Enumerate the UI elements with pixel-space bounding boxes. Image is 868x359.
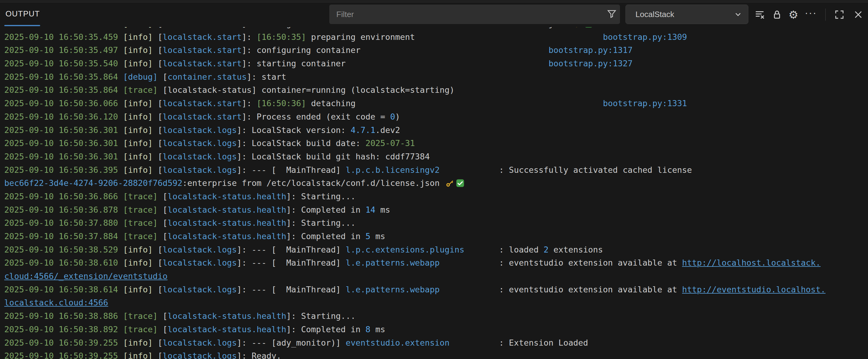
timestamp: 2025-09-10 16:50:35.427 [4, 27, 118, 28]
log-text [118, 59, 123, 68]
timestamp: 2025-09-10 16:50:38.610 [4, 258, 118, 267]
log-text: [ [158, 325, 168, 334]
settings-button[interactable]: ⚙ [787, 8, 800, 21]
log-level-tag: [trace] [123, 205, 158, 215]
log-text: [ [158, 72, 168, 81]
logger-name: localstack.logs [162, 138, 237, 148]
timestamp: 2025-09-10 16:50:36.866 [4, 192, 118, 201]
url-link[interactable]: http://localhost.localstack. [682, 258, 820, 267]
more-actions-button[interactable]: ··· [804, 8, 817, 21]
log-text: ]: [242, 99, 256, 108]
log-value: 2025-07-31 [366, 138, 415, 148]
file-reference[interactable]: bootstrap.py:1331 [603, 99, 687, 108]
log-line: 2025-09-10 16:50:35.459 [info] [localsta… [0, 30, 868, 44]
log-line: 2025-09-10 16:50:36.866 [trace] [localst… [0, 190, 868, 203]
log-text: ]: --- [ MainThread] [237, 165, 346, 175]
timestamp: 2025-09-10 16:50:38.886 [4, 311, 118, 321]
logger-name: l.e.patterns.webapp [346, 258, 440, 267]
log-number: 8 [366, 325, 370, 334]
log-text: :enterprise from /etc/localstack/conf.d/… [182, 178, 445, 188]
file-reference[interactable]: bootstrap.py:1317 [549, 45, 632, 55]
log-value: [16:50:35] [256, 32, 306, 42]
log-line: 2025-09-10 16:50:38.892 [trace] [localst… [0, 323, 868, 336]
lock-icon [772, 9, 782, 20]
filter-input[interactable] [330, 10, 604, 19]
log-text [118, 351, 123, 359]
timestamp: 2025-09-10 16:50:36.120 [4, 112, 118, 121]
log-text [118, 245, 123, 254]
clear-output-icon [754, 9, 765, 20]
timestamp: 2025-09-10 16:50:38.529 [4, 245, 118, 254]
logger-name: localstack.start [162, 32, 242, 42]
file-reference[interactable]: bootstrap.py:1309 [603, 32, 687, 42]
logger-name: localstack-status.health [167, 218, 286, 228]
log-line: 2025-09-10 16:50:38.614 [info] [localsta… [0, 283, 868, 296]
spacer [440, 165, 499, 175]
log-line: 2025-09-10 16:50:39.255 [info] [localsta… [0, 336, 868, 350]
logger-name: localstack.start [162, 45, 242, 55]
log-text: ]: --- [ MainThread] [237, 258, 346, 267]
log-number: 5 [366, 231, 370, 241]
url-link[interactable]: localstack.cloud:4566 [4, 298, 108, 307]
tab-output[interactable]: OUTPUT [5, 9, 40, 19]
logger-name: localstack.start [162, 112, 242, 121]
logger-name: l.e.patterns.webapp [346, 285, 440, 294]
filter-options-button[interactable] [604, 6, 620, 22]
log-text [118, 125, 123, 135]
timestamp: 2025-09-10 16:50:36.301 [4, 125, 118, 135]
timestamp: 2025-09-10 16:50:36.395 [4, 165, 118, 175]
logger-name: localstack.logs [162, 152, 237, 161]
maximize-panel-button[interactable] [833, 8, 846, 21]
log-text: [ [158, 311, 168, 321]
file-reference[interactable]: bootstrap.py:1327 [549, 59, 632, 68]
log-text [118, 99, 123, 108]
log-text: ]: Starting... [286, 311, 356, 321]
log-line: 2025-09-10 16:50:35.864 [trace] [localst… [0, 84, 868, 97]
timestamp: 2025-09-10 16:50:38.614 [4, 285, 118, 294]
log-text: ]: [242, 32, 256, 42]
log-text: [ [153, 112, 163, 121]
log-text: ]: starting container [242, 59, 345, 68]
log-text: [ [153, 27, 163, 28]
log-text: [ [158, 231, 168, 241]
panel-top-border [0, 0, 868, 2]
chevron-down-icon [734, 10, 748, 18]
output-channel-select[interactable]: LocalStack [625, 5, 748, 24]
log-text: ]: Process ended (exit code = [242, 112, 390, 121]
maximize-icon [835, 10, 844, 20]
log-level-tag: [info] [123, 112, 153, 121]
log-output-area[interactable]: 2025-09-10 16:50:35.427 [info] [localsta… [0, 27, 868, 359]
log-line: 2025-09-10 16:50:38.886 [trace] [localst… [0, 309, 868, 323]
active-tab-underline [4, 25, 40, 26]
log-line: 2025-09-10 16:50:36.301 [info] [localsta… [0, 137, 868, 150]
log-text: [ [153, 125, 163, 135]
log-number: 0 [390, 112, 395, 121]
clear-output-button[interactable] [753, 8, 766, 21]
log-text: [ [153, 338, 163, 348]
ellipsis-icon: ··· [805, 9, 817, 20]
url-link[interactable]: http://eventstudio.localhost. [682, 285, 826, 294]
timestamp: 2025-09-10 16:50:39.255 [4, 338, 118, 348]
log-text: [ [153, 45, 163, 55]
log-line: 2025-09-10 16:50:35.864 [debug] [contain… [0, 70, 868, 84]
close-panel-button[interactable] [851, 8, 865, 21]
log-text: [ [153, 59, 163, 68]
timestamp: 2025-09-10 16:50:37.884 [4, 231, 118, 241]
output-panel-header: OUTPUT LocalStack [0, 2, 868, 27]
log-text: [ [153, 152, 163, 161]
log-text: ]: LocalStack build git hash: cddf77384 [237, 152, 430, 161]
timestamp: 2025-09-10 16:50:36.301 [4, 138, 118, 148]
log-level-tag: [info] [123, 125, 153, 135]
lock-scroll-button[interactable] [770, 8, 784, 21]
spacer [450, 338, 499, 348]
log-text [118, 138, 123, 148]
log-text [118, 205, 123, 215]
timestamp: 2025-09-10 16:50:35.864 [4, 72, 118, 81]
log-line: 2025-09-10 16:50:35.497 [info] [localsta… [0, 43, 868, 57]
log-level-tag: [info] [123, 258, 153, 267]
log-text [118, 192, 123, 201]
log-text: extensions [549, 245, 603, 254]
url-link[interactable]: cloud:4566/_extension/eventstudio [4, 271, 167, 281]
log-text [118, 311, 123, 321]
log-line: 2025-09-10 16:50:39.255 [info] [localsta… [0, 349, 868, 359]
